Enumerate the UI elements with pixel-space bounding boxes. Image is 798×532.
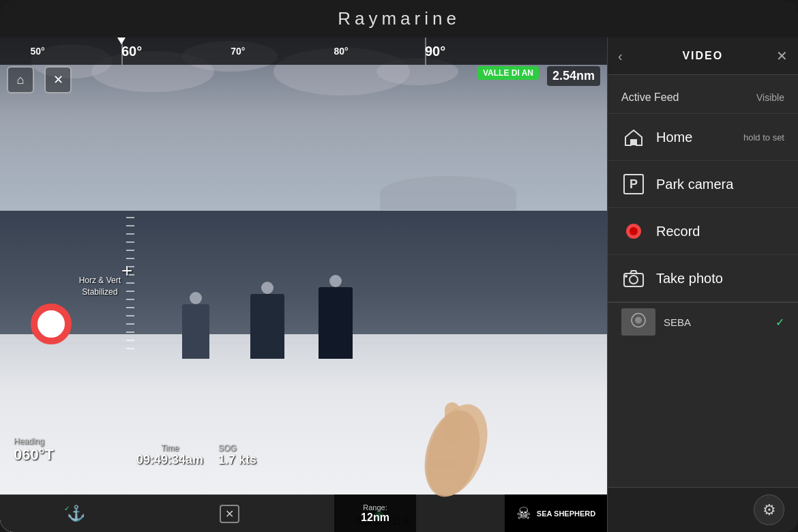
- main-content: 50° 60° 70° 80° 90° ⌂ ✕ VALL: [0, 38, 798, 532]
- panel-close-button[interactable]: ✕: [776, 48, 788, 64]
- brand-name: Raymarine: [338, 8, 460, 29]
- panel-title: VIDEO: [630, 50, 776, 62]
- sog-label: SOG: [218, 443, 256, 453]
- toolbar-anchor[interactable]: ✓ ⚓: [59, 502, 93, 525]
- camera-menu-icon: [621, 266, 646, 291]
- heading-label: Heading: [14, 437, 54, 446]
- panel-back-button[interactable]: ‹: [618, 48, 623, 64]
- brand-bar: Raymarine: [0, 0, 798, 38]
- distance-badge: 2.54nm: [547, 66, 600, 86]
- svg-point-7: [630, 276, 638, 284]
- sog-value: 1.7 kts: [218, 453, 256, 467]
- compass-ticks: 50° 60° 70° 80° 90°: [0, 38, 607, 65]
- vertical-scale: [126, 217, 134, 353]
- menu-item-park[interactable]: P Park camera: [608, 161, 798, 208]
- person-1: [182, 304, 209, 359]
- panel-header: ‹ VIDEO ✕: [608, 38, 798, 75]
- people-area: [182, 211, 546, 359]
- svg-rect-3: [632, 140, 636, 145]
- toolbar-close-icon: ✕: [220, 505, 239, 523]
- home-menu-icon: [621, 125, 646, 149]
- vessel-badge: VALLE DI AN: [477, 66, 539, 80]
- time-label: Time: [136, 443, 203, 453]
- island-silhouette: [380, 176, 516, 210]
- active-feed-row: Active Feed Visible: [608, 82, 798, 114]
- home-icon-btn[interactable]: ⌂: [7, 66, 34, 93]
- menu-item-home[interactable]: Home hold to set: [608, 114, 798, 161]
- panel-footer: ⚙: [608, 487, 798, 532]
- compass-60: 60°: [121, 44, 142, 59]
- heading-display: Heading 060°T: [14, 437, 54, 464]
- home-menu-label: Home: [656, 130, 692, 145]
- feed-thumb-icon: [630, 312, 647, 332]
- camera-area: 50° 60° 70° 80° 90° ⌂ ✕ VALL: [0, 38, 607, 532]
- active-feed-status: Visible: [756, 92, 784, 103]
- range-display: Range: 12nm: [334, 494, 416, 532]
- time-display: Time 09:49:34am: [136, 443, 203, 467]
- person-3: [319, 287, 353, 359]
- top-icons: ⌂ ✕: [7, 66, 72, 93]
- menu-item-record[interactable]: Record: [608, 208, 798, 255]
- feed-name: SEBA: [664, 316, 691, 328]
- compass-90: 90°: [425, 44, 445, 59]
- compass-80: 80°: [334, 46, 349, 57]
- compass-50: 50°: [31, 46, 45, 57]
- svg-point-8: [625, 275, 627, 278]
- life-ring: [31, 304, 72, 344]
- heading-value: 060°T: [14, 446, 54, 464]
- svg-point-5: [630, 227, 638, 235]
- feed-check-icon: ✓: [775, 316, 784, 329]
- menu-item-photo[interactable]: Take photo: [608, 255, 798, 302]
- compass-70: 70°: [231, 46, 245, 57]
- panel-menu: Active Feed Visible Home hold to set: [608, 75, 798, 487]
- crosshair: +: [121, 260, 132, 282]
- photo-menu-label: Take photo: [656, 271, 723, 286]
- person-2: [250, 294, 284, 359]
- sog-display: SOG 1.7 kts: [218, 443, 256, 467]
- compass-bar: 50° 60° 70° 80° 90°: [0, 38, 607, 65]
- skull-icon: ☠: [516, 504, 531, 523]
- park-menu-label: Park camera: [656, 177, 733, 192]
- camera-feed-item[interactable]: SEBA ✓: [608, 302, 798, 341]
- toolbar-close[interactable]: ✕: [211, 502, 248, 526]
- anchor-icon: ⚓: [67, 505, 85, 522]
- record-menu-label: Record: [656, 224, 700, 239]
- close-icon-btn[interactable]: ✕: [44, 66, 72, 93]
- active-feed-label: Active Feed: [621, 91, 679, 104]
- gear-icon: ⚙: [763, 501, 776, 519]
- record-menu-icon: [621, 219, 646, 243]
- device-frame: Raymarine: [0, 0, 798, 532]
- sea-shepherd-area: ☠ SEA SHEPHERD: [505, 494, 607, 532]
- sea-shepherd-label: SEA SHEPHERD: [537, 509, 595, 518]
- stabilized-label: Horz & Vert Stabilized: [79, 275, 121, 298]
- time-value: 09:49:34am: [136, 453, 203, 467]
- ves-pos-label: Ves pos: [428, 458, 457, 467]
- feed-thumbnail: [621, 308, 655, 336]
- svg-point-10: [635, 317, 642, 324]
- ves-pos-display: Ves pos: [428, 458, 457, 467]
- gear-button[interactable]: ⚙: [754, 494, 784, 525]
- right-panel: ‹ VIDEO ✕ Active Feed Visible: [607, 38, 798, 532]
- park-menu-icon: P: [621, 172, 646, 196]
- home-menu-sublabel: hold to set: [743, 132, 784, 143]
